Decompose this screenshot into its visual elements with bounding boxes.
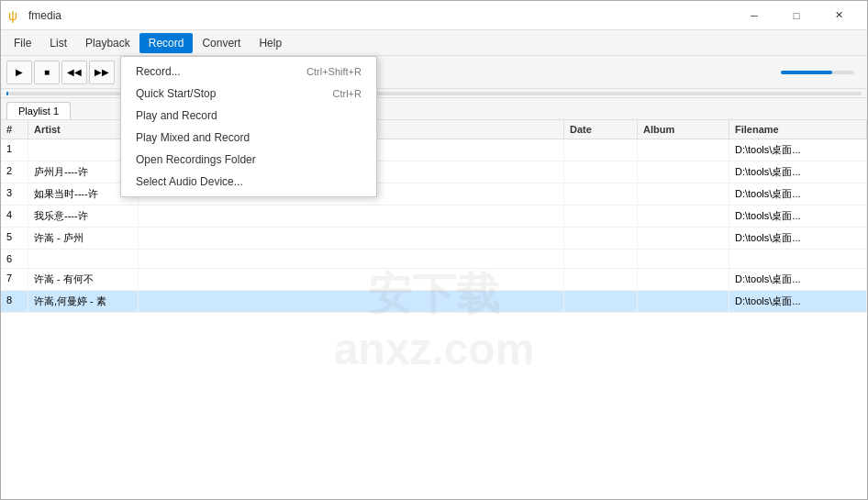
cell-filename: D:\tools\桌面... <box>729 291 867 312</box>
table-row[interactable]: 5 许嵩 - 庐州 D:\tools\桌面... <box>1 228 867 250</box>
stop-button[interactable]: ■ <box>34 61 60 84</box>
cell-filename <box>729 250 867 268</box>
cell-artist: 我乐意----许 <box>28 206 139 227</box>
cell-artist: 许嵩 - 庐州 <box>28 228 139 249</box>
cell-artist: 许嵩,何曼婷 - 素 <box>28 291 139 312</box>
menu-bar: File List Playback Record Convert Help R… <box>1 30 867 56</box>
cell-num: 5 <box>1 228 28 249</box>
cell-album <box>638 161 729 183</box>
cell-album <box>638 228 729 249</box>
menu-record[interactable]: Record <box>139 33 194 53</box>
cell-filename: D:\tools\桌面... <box>729 269 867 290</box>
select-audio-device[interactable]: Select Audio Device... <box>121 171 376 193</box>
menu-playback[interactable]: Playback <box>76 33 139 53</box>
quick-start-stop[interactable]: Quick Start/Stop Ctrl+R <box>121 83 376 105</box>
prev-button[interactable]: ◀◀ <box>61 61 87 84</box>
cell-album <box>638 183 729 205</box>
table-row[interactable]: 4 我乐意----许 D:\tools\桌面... <box>1 206 867 228</box>
table-row[interactable]: 6 <box>1 250 867 269</box>
cell-title <box>139 250 564 268</box>
title-bar-controls: ─ □ ✕ <box>733 1 860 30</box>
cell-title <box>139 206 564 227</box>
volume-fill <box>781 71 832 74</box>
menu-file[interactable]: File <box>5 33 40 53</box>
title-bar-left: ψ fmedia <box>8 8 61 23</box>
tab-playlist1[interactable]: Playlist 1 <box>6 102 71 119</box>
cell-artist: 许嵩 - 有何不 <box>28 269 139 290</box>
cell-album <box>638 250 729 268</box>
cell-album <box>638 139 729 161</box>
cell-date <box>564 139 638 161</box>
cell-album <box>638 206 729 227</box>
table-row[interactable]: 8 许嵩,何曼婷 - 素 D:\tools\桌面... <box>1 291 867 313</box>
cell-num: 3 <box>1 183 28 205</box>
cell-filename: D:\tools\桌面... <box>729 228 867 249</box>
cell-num: 1 <box>1 139 28 161</box>
play-and-record[interactable]: Play and Record <box>121 105 376 127</box>
window-title: fmedia <box>28 9 61 22</box>
title-bar: ψ fmedia ─ □ ✕ <box>1 1 867 30</box>
cell-num: 6 <box>1 250 28 268</box>
menu-list[interactable]: List <box>40 33 76 53</box>
table-row[interactable]: 7 许嵩 - 有何不 D:\tools\桌面... <box>1 269 867 291</box>
open-recordings-folder[interactable]: Open Recordings Folder <box>121 149 376 171</box>
cell-title <box>139 269 564 290</box>
cell-filename: D:\tools\桌面... <box>729 161 867 183</box>
record-dropdown-menu: Record... Ctrl+Shift+R Quick Start/Stop … <box>120 56 377 197</box>
cell-date <box>564 228 638 249</box>
cell-filename: D:\tools\桌面... <box>729 139 867 161</box>
cell-date <box>564 183 638 205</box>
menu-help[interactable]: Help <box>250 33 291 53</box>
cell-filename: D:\tools\桌面... <box>729 183 867 205</box>
cell-album <box>638 291 729 312</box>
play-button[interactable]: ▶ <box>6 61 32 84</box>
cell-title <box>139 291 564 312</box>
cell-num: 2 <box>1 161 28 183</box>
next-button[interactable]: ▶▶ <box>89 61 115 84</box>
cell-date <box>564 291 638 312</box>
cell-filename: D:\tools\桌面... <box>729 206 867 227</box>
progress-fill <box>6 92 8 95</box>
col-header-filename: Filename <box>729 120 867 139</box>
main-window: ψ fmedia ─ □ ✕ File List Playback Record… <box>0 0 868 500</box>
record-item[interactable]: Record... Ctrl+Shift+R <box>121 61 376 83</box>
minimize-button[interactable]: ─ <box>733 1 775 30</box>
menu-convert[interactable]: Convert <box>193 33 250 53</box>
col-header-album: Album <box>638 120 729 139</box>
cell-date <box>564 206 638 227</box>
cell-date <box>564 269 638 290</box>
cell-album <box>638 269 729 290</box>
volume-slider[interactable] <box>781 71 854 74</box>
app-icon: ψ <box>8 8 23 23</box>
cell-num: 4 <box>1 206 28 227</box>
col-header-num: # <box>1 120 28 139</box>
cell-title <box>139 228 564 249</box>
play-mixed-and-record[interactable]: Play Mixed and Record <box>121 127 376 149</box>
col-header-date: Date <box>564 120 638 139</box>
close-button[interactable]: ✕ <box>818 1 860 30</box>
cell-num: 7 <box>1 269 28 290</box>
cell-date <box>564 250 638 268</box>
cell-num: 8 <box>1 291 28 312</box>
cell-artist <box>28 250 139 268</box>
maximize-button[interactable]: □ <box>775 1 818 30</box>
cell-date <box>564 161 638 183</box>
